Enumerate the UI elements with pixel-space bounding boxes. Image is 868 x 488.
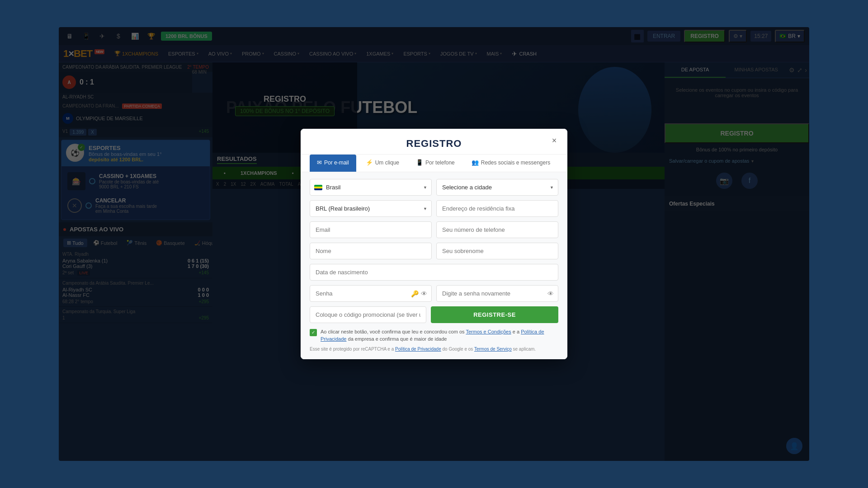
confirm-password-icons: 👁 [547,290,554,297]
modal-close-button[interactable]: × [548,134,561,147]
surname-field[interactable] [436,243,558,259]
captcha-text: Esse site é protegido por reCAPTCHA e a … [310,346,558,352]
country-select[interactable]: Brasil [310,179,432,196]
password-group: 🔑 👁 [310,285,432,302]
registro-modal: REGISTRO × ✉ Por e-mail ⚡ Um clique 📱 [301,129,567,359]
currency-select[interactable]: BRL (Real brasileiro) [310,200,432,217]
tab-redes-sociais[interactable]: 👥 Redes sociais e messengers [464,155,557,172]
modal-tabs: ✉ Por e-mail ⚡ Um clique 📱 Por telefone … [301,155,567,172]
country-city-row: Brasil Selecione a cidade [310,179,558,196]
site-wrapper: 🖥 📱 ✈ $ 📊 🏆 1200 BRL BÔNUS ▦ ENTRAR REGI… [59,27,809,461]
birthdate-field[interactable] [310,264,558,281]
birthdate-group [310,264,558,281]
promo-register-row: REGISTRE-SE [310,306,558,323]
country-select-wrapper: Brasil [310,179,432,196]
password-row: 🔑 👁 👁 [310,285,558,302]
modal-title: REGISTRO [312,138,556,150]
city-select-wrapper: Selecione a cidade [436,179,558,196]
terms-checkbox[interactable]: ✓ [310,329,317,336]
checkbox-text: Ao clicar neste botão, você confirma que… [321,328,558,343]
brazil-flag-icon [314,185,322,190]
name-field[interactable] [310,243,432,259]
name-group [310,243,432,259]
tab-por-telefone[interactable]: 📱 Por telefone [409,155,462,172]
confirm-password-group: 👁 [436,285,558,302]
currency-address-row: BRL (Real brasileiro) [310,200,558,217]
captcha-privacy-link[interactable]: Política de Privacidade [395,347,441,352]
address-group [436,200,558,217]
surname-group [436,243,558,259]
tab-por-email[interactable]: ✉ Por e-mail [310,155,356,172]
social-tab-icon: 👥 [472,159,479,166]
phone-group [436,221,558,238]
captcha-terms-link[interactable]: Termos de Serviço [474,347,512,352]
email-phone-row [310,221,558,238]
city-select[interactable]: Selecione a cidade [436,179,558,196]
confirm-password-field[interactable] [436,285,558,302]
terms-link[interactable]: Termos e Condições [466,329,511,334]
one-click-tab-icon: ⚡ [366,159,373,166]
email-field[interactable] [310,221,432,238]
name-surname-row [310,243,558,259]
currency-group: BRL (Real brasileiro) [310,200,432,217]
birthdate-row [310,264,558,281]
terms-checkbox-area: ✓ Ao clicar neste botão, você confirma q… [310,328,558,343]
address-field[interactable] [436,200,558,217]
email-tab-icon: ✉ [317,159,322,166]
phone-tab-icon: 📱 [416,159,423,166]
email-group [310,221,432,238]
eye-icon[interactable]: 👁 [421,290,427,297]
modal-body: Brasil Selecione a cidade [301,172,567,359]
city-group: Selecione a cidade [436,179,558,196]
phone-field[interactable] [436,221,558,238]
country-group: Brasil [310,179,432,196]
currency-select-wrapper: BRL (Real brasileiro) [310,200,432,217]
modal-header: REGISTRO [301,129,567,155]
confirm-eye-icon[interactable]: 👁 [547,290,554,297]
modal-overlay: REGISTRO × ✉ Por e-mail ⚡ Um clique 📱 [59,27,809,461]
register-button[interactable]: REGISTRE-SE [431,306,558,323]
tab-um-clique[interactable]: ⚡ Um clique [359,155,406,172]
password-icons: 🔑 👁 [411,290,427,297]
key-icon: 🔑 [411,290,419,297]
promo-code-field[interactable] [310,306,426,323]
